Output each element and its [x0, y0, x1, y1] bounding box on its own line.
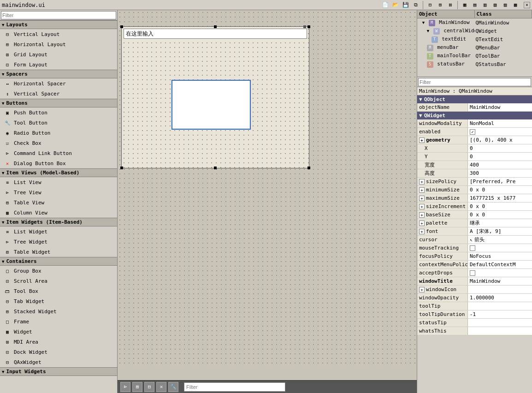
tree-row-maintoolbar[interactable]: T mainToolBar QToolBar [417, 52, 532, 60]
item-views-toggle[interactable]: ▼ [2, 171, 4, 175]
design-filter-input[interactable] [184, 382, 285, 392]
windowicon-expand-btn[interactable]: + [419, 287, 425, 292]
tree-arrow-mainwindow[interactable]: ▼ [422, 20, 425, 25]
prop-geometry-value[interactable]: [(0, 0), 400 x [468, 136, 532, 144]
toolbar-grid3[interactable]: ▥ [480, 0, 490, 10]
section-item-widgets[interactable]: ▼ Item Widgets (Item-Based) [0, 218, 117, 226]
tree-arrow-centralwidget[interactable]: ▼ [427, 29, 429, 33]
toolbar-grid1[interactable]: ▦ [460, 0, 469, 10]
section-spacers[interactable]: ▼ Spacers [0, 70, 117, 78]
prop-enabled-value[interactable] [468, 128, 532, 136]
section-containers[interactable]: ▼ Containers [0, 257, 117, 266]
item-scroll-area[interactable]: ⊡ Scroll Area [0, 276, 117, 286]
maximumsize-expand-btn[interactable]: + [419, 196, 425, 201]
item-table-widget[interactable]: ⊞ Table Widget [0, 247, 117, 257]
item-tool-button[interactable]: 🔧 Tool Button [0, 118, 117, 128]
enabled-checkbox[interactable] [470, 129, 475, 135]
item-radio-button[interactable]: ◉ Radio Button [0, 128, 117, 138]
item-horizontal-spacer[interactable]: ↔ Horizontal Spacer [0, 78, 117, 89]
item-dialog-button-box[interactable]: ✕ Dialog Button Box [0, 158, 117, 168]
sizeincrement-expand-btn[interactable]: + [419, 204, 425, 209]
item-table-view[interactable]: ⊞ Table View [0, 197, 117, 208]
prop-focuspolicy-value[interactable]: NoFocus [468, 252, 532, 260]
item-vertical-layout[interactable]: ⊟ Vertical Layout [0, 29, 117, 39]
item-tree-widget[interactable]: ⊳ Tree Widget [0, 237, 117, 247]
prop-height-value[interactable]: 300 [468, 169, 532, 177]
design-canvas-area[interactable]: 在这里输入 [118, 10, 417, 380]
design-btn-3[interactable]: ⊟ [144, 382, 154, 392]
section-input-widgets[interactable]: ▼ Input Widgets [0, 367, 117, 376]
toolbar-save[interactable]: 💾 [401, 0, 410, 10]
design-btn-2[interactable]: ⊞ [132, 382, 142, 392]
tree-row-textedit[interactable]: T textEdit QTextEdit [417, 35, 532, 43]
item-tab-widget[interactable]: ⊟ Tab Widget [0, 296, 117, 306]
prop-mousetracking-value[interactable] [468, 244, 532, 252]
font-expand-btn[interactable]: + [419, 229, 425, 234]
prop-windowicon-value[interactable] [468, 286, 532, 293]
prop-sizepolicy-value[interactable]: [Preferred, Pre [468, 178, 532, 185]
item-list-widget[interactable]: ≡ List Widget [0, 226, 117, 237]
prop-x-value[interactable]: 0 [468, 144, 532, 152]
section-buttons[interactable]: ▼ Buttons [0, 99, 117, 107]
prop-cursor-value[interactable]: ↖ 箭头 [468, 236, 532, 244]
toolbar-layout3[interactable]: ⊠ [446, 0, 455, 10]
item-qaxwidget[interactable]: ⊟ QAxWidget [0, 357, 117, 367]
toolbar-grid4[interactable]: ▧ [491, 0, 500, 10]
item-list-view[interactable]: ≡ List View [0, 177, 117, 187]
item-widgets-toggle[interactable]: ▼ [2, 220, 4, 225]
item-command-link-button[interactable]: ⊳ Command Link Button [0, 148, 117, 158]
tree-row-menubar[interactable]: M menuBar QMenuBar [417, 43, 532, 52]
toolbar-new[interactable]: 📄 [381, 0, 390, 10]
item-horizontal-layout[interactable]: ⊞ Horizontal Layout [0, 39, 117, 49]
mousetracking-checkbox[interactable] [470, 245, 475, 251]
prop-width-value[interactable]: 400 [468, 161, 532, 169]
item-widget[interactable]: ▦ Widget [0, 327, 117, 337]
inner-widget[interactable] [171, 80, 251, 130]
containers-toggle[interactable]: ▼ [2, 259, 4, 264]
item-group-box[interactable]: □ Group Box [0, 266, 117, 276]
item-vertical-spacer[interactable]: ↕ Vertical Spacer [0, 89, 117, 99]
item-check-box[interactable]: ☑ Check Box [0, 138, 117, 148]
item-stacked-widget[interactable]: ⊞ Stacked Widget [0, 306, 117, 316]
item-tool-box[interactable]: 🗃 Tool Box [0, 286, 117, 296]
item-tree-view[interactable]: ⊳ Tree View [0, 187, 117, 197]
prop-basesize-value[interactable]: 0 x 0 [468, 211, 532, 219]
prop-section-qwidget-header[interactable]: ▼ QWidget [417, 112, 532, 119]
prop-contextmenupolicy-value[interactable]: DefaultContextM [468, 261, 532, 268]
prop-minimumsize-value[interactable]: 0 x 0 [468, 186, 532, 194]
design-btn-1[interactable]: ⊳ [120, 382, 130, 392]
prop-section-qobject-header[interactable]: ▼ QObject [417, 95, 532, 103]
item-push-button[interactable]: ▣ Push Button [0, 107, 117, 118]
prop-whatsthis-value[interactable] [468, 327, 532, 335]
item-column-view[interactable]: ▦ Column View [0, 208, 117, 218]
prop-maximumsize-value[interactable]: 16777215 x 1677 [468, 194, 532, 202]
tree-row-statusbar[interactable]: S statusBar QStatusBar [417, 60, 532, 68]
toolbar-open[interactable]: 📂 [391, 0, 400, 10]
palette-expand-btn[interactable]: + [419, 220, 425, 226]
prop-objectname-value[interactable]: MainWindow [468, 103, 532, 111]
prop-font-value[interactable]: A [宋体, 9] [468, 227, 532, 235]
item-grid-layout[interactable]: ⊠ Grid Layout [0, 49, 117, 60]
text-edit-preview[interactable]: 在这里输入 [124, 29, 307, 39]
prop-windowtitle-value[interactable]: MainWindow [468, 277, 532, 285]
toolbar-grid6[interactable]: ▩ [511, 0, 520, 10]
prop-y-value[interactable]: 0 [468, 153, 532, 161]
prop-tooltipduration-value[interactable]: -1 [468, 310, 532, 318]
layouts-toggle[interactable]: ▼ [2, 23, 4, 27]
prop-tooltip-value[interactable] [468, 302, 532, 310]
geometry-expand-btn[interactable]: + [419, 137, 425, 143]
toolbar-copy[interactable]: ⧉ [411, 0, 420, 10]
main-canvas[interactable]: 在这里输入 [121, 26, 309, 168]
item-frame[interactable]: □ Frame [0, 316, 117, 327]
basesize-expand-btn[interactable]: + [419, 212, 425, 218]
tree-row-mainwindow[interactable]: ▼ M MainWindow QMainWindow [417, 18, 532, 27]
toolbar-layout1[interactable]: ⊟ [426, 0, 435, 10]
section-layouts[interactable]: ▼ Layouts [0, 20, 117, 29]
sizepolicy-expand-btn[interactable]: + [419, 179, 425, 185]
props-filter-input[interactable] [418, 78, 531, 86]
toolbox-filter-input[interactable] [1, 11, 116, 19]
toolbar-grid2[interactable]: ▤ [470, 0, 479, 10]
prop-windowopacity-value[interactable]: 1.000000 [468, 294, 532, 302]
prop-palette-value[interactable]: 继承 [468, 219, 532, 227]
close-button[interactable]: × [524, 2, 530, 8]
